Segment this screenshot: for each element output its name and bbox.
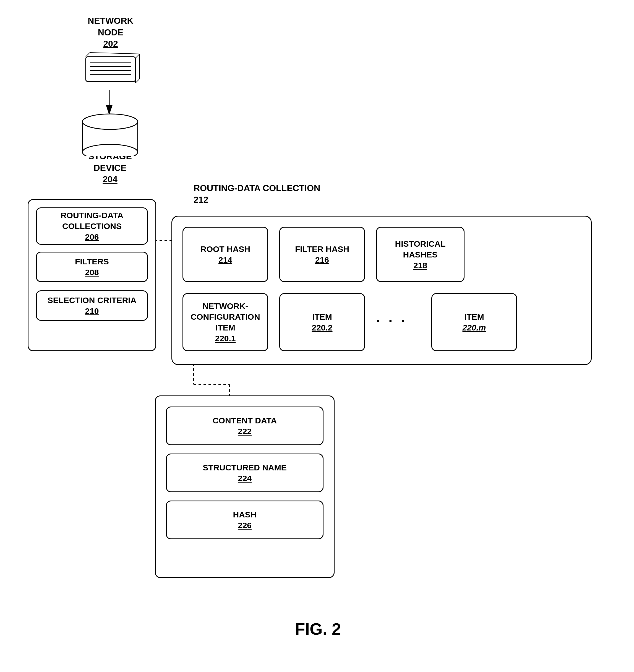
box-routing-data-collections: ROUTING-DATA COLLECTIONS 206 xyxy=(36,208,148,245)
network-node-icon xyxy=(75,43,147,91)
box-structured-name: STRUCTURED NAME 224 xyxy=(166,454,323,492)
box-item-220-2: ITEM 220.2 xyxy=(279,293,365,351)
box-root-hash: ROOT HASH 214 xyxy=(182,227,268,282)
svg-point-19 xyxy=(82,114,138,129)
diagram: NETWORK NODE 202 STORAGE DEVICE 204 xyxy=(0,0,634,672)
storage-device-icon xyxy=(74,111,146,156)
box-hash-226: HASH 226 xyxy=(166,501,323,539)
svg-point-20 xyxy=(82,144,138,156)
box-network-config-item: NETWORK- CONFIGURATION ITEM 220.1 xyxy=(182,293,268,351)
routing-collection-label: ROUTING-DATA COLLECTION 212 xyxy=(194,183,387,206)
figure-label: FIG. 2 xyxy=(249,620,387,639)
svg-rect-7 xyxy=(86,57,136,81)
box-item-220-m: ITEM 220.m xyxy=(431,293,517,351)
box-selection-criteria: SELECTION CRITERIA 210 xyxy=(36,290,148,321)
svg-line-15 xyxy=(90,52,140,54)
svg-line-17 xyxy=(136,79,140,83)
svg-line-14 xyxy=(136,54,140,58)
box-historical-hashes: HISTORICAL HASHES 218 xyxy=(376,227,464,282)
box-filter-hash: FILTER HASH 216 xyxy=(279,227,365,282)
box-filters: FILTERS 208 xyxy=(36,251,148,282)
svg-line-13 xyxy=(86,52,90,57)
box-content-data: CONTENT DATA 222 xyxy=(166,407,323,445)
ellipsis-dots: · · · xyxy=(376,312,407,329)
